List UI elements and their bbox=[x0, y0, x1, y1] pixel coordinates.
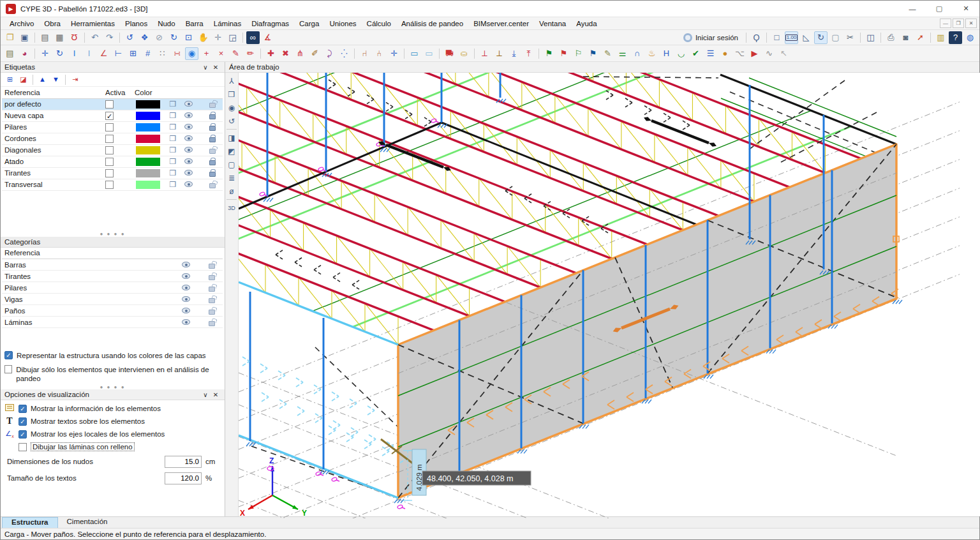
redraw-icon[interactable]: ↻ bbox=[167, 31, 181, 44]
menu-archivo[interactable]: Archivo bbox=[4, 19, 39, 29]
node-delete-icon[interactable]: × bbox=[214, 47, 228, 60]
layer-3d-icon[interactable]: ❒ bbox=[167, 100, 179, 109]
category-visibility-icon[interactable] bbox=[182, 296, 190, 302]
load-truck-icon[interactable]: ⛟ bbox=[443, 47, 456, 60]
layer-3d-icon[interactable]: ❒ bbox=[167, 157, 179, 166]
layer-visibility-icon[interactable] bbox=[184, 124, 193, 130]
category-lock-icon[interactable] bbox=[209, 287, 215, 292]
help-icon[interactable]: ? bbox=[949, 31, 962, 44]
spring-icon[interactable]: ∿ bbox=[762, 47, 776, 60]
profile-series-icon[interactable]: I bbox=[68, 47, 81, 60]
buckling-edit-icon[interactable]: ⚐ bbox=[572, 47, 585, 60]
layer-active-checkbox[interactable] bbox=[105, 146, 114, 154]
support-delete-icon[interactable]: ⤒ bbox=[522, 47, 535, 60]
menu-bimserver-center[interactable]: BIMserver.center bbox=[468, 19, 534, 29]
capture-view-icon[interactable]: ◲ bbox=[226, 31, 239, 44]
display-option-checkbox[interactable]: ✓ bbox=[19, 405, 27, 413]
search-icon[interactable]: Ϙ bbox=[750, 31, 763, 44]
add-layer-icon[interactable]: ⊞ bbox=[4, 74, 16, 86]
redo-icon[interactable]: ↷ bbox=[103, 31, 116, 44]
web-globe-icon[interactable]: ◍ bbox=[963, 31, 977, 44]
hammock-icon[interactable]: ◡ bbox=[674, 47, 688, 60]
layer-3d-icon[interactable]: ❒ bbox=[167, 111, 179, 120]
rotate-clock-icon[interactable]: ↻ bbox=[814, 31, 828, 44]
minimize-button[interactable]: — bbox=[899, 1, 926, 17]
zoom-extents-icon[interactable]: ❖ bbox=[138, 31, 151, 44]
magnet-snap-icon[interactable]: Ω bbox=[68, 31, 81, 44]
category-visibility-icon[interactable] bbox=[182, 319, 190, 325]
tab-cimentaci-n[interactable]: Cimentación bbox=[58, 517, 117, 528]
layer-color-swatch[interactable] bbox=[136, 135, 160, 143]
tab-estructura[interactable]: Estructura bbox=[2, 517, 58, 528]
layer-color-swatch[interactable] bbox=[136, 146, 160, 154]
bar-delete-icon[interactable]: ✖ bbox=[279, 47, 292, 60]
bar-new-icon[interactable]: ✚ bbox=[264, 47, 278, 60]
config-colors-icon[interactable]: ▥ bbox=[934, 31, 947, 44]
layer-3d-icon[interactable]: ❒ bbox=[167, 169, 179, 177]
select-group-icon[interactable]: ∷ bbox=[156, 47, 169, 60]
buckling-delete-icon[interactable]: ⚑ bbox=[557, 47, 570, 60]
layer-lock-icon[interactable] bbox=[209, 160, 216, 165]
view-3d-sphere-icon[interactable]: ◕ bbox=[18, 47, 31, 60]
layer-row[interactable]: Tirantes❒ bbox=[2, 167, 223, 179]
bar-rotate-icon[interactable]: ⤸ bbox=[323, 47, 336, 60]
layer-visibility-icon[interactable] bbox=[184, 135, 193, 141]
layer-active-checkbox[interactable]: ✓ bbox=[105, 112, 114, 120]
support-fixed-icon[interactable]: ⟂ bbox=[478, 47, 491, 60]
category-row[interactable]: Tirantes bbox=[2, 271, 223, 282]
brush-props-icon[interactable]: ✎ bbox=[601, 47, 614, 60]
view-3d-config-icon[interactable]: 3D bbox=[225, 201, 238, 214]
field-input[interactable] bbox=[165, 472, 202, 484]
layer-row[interactable]: Nueva capa✓❒ bbox=[2, 110, 223, 121]
category-lock-icon[interactable] bbox=[209, 275, 215, 280]
adjust-node-icon[interactable]: ✛ bbox=[387, 47, 401, 60]
node-paint-icon[interactable]: ✏ bbox=[244, 47, 257, 60]
move-view-icon[interactable]: ✛ bbox=[211, 31, 225, 44]
panel-dashed-icon[interactable]: ▢ bbox=[225, 158, 238, 171]
fire-resistance-icon[interactable]: ♨ bbox=[645, 47, 658, 60]
layer-visibility-icon[interactable] bbox=[184, 112, 193, 118]
tree-groups-icon[interactable]: ⌥ bbox=[733, 47, 746, 60]
zoom-x2-icon[interactable]: ⊘ bbox=[152, 31, 166, 44]
menu-an-lisis-de-pandeo[interactable]: Análisis de pandeo bbox=[396, 19, 468, 29]
layer-color-swatch[interactable] bbox=[136, 100, 160, 109]
hide-elements-icon[interactable]: ø bbox=[225, 184, 238, 198]
category-visibility-icon[interactable] bbox=[182, 308, 190, 313]
etiquetas-close-icon[interactable]: ✕ bbox=[211, 64, 221, 71]
login-button[interactable]: Iniciar sesión bbox=[678, 33, 743, 42]
layer-lock-icon[interactable] bbox=[209, 126, 216, 131]
mdi-restore-button[interactable]: ❐ bbox=[953, 19, 964, 28]
support-pinned-icon[interactable]: ⟂ bbox=[493, 47, 506, 60]
view-highlight-icon[interactable]: ◉ bbox=[185, 47, 198, 60]
delete-layer-icon[interactable]: ◪ bbox=[17, 74, 29, 86]
layer-color-swatch[interactable] bbox=[136, 123, 160, 131]
layer-color-swatch[interactable] bbox=[136, 158, 160, 166]
menu-l-minas[interactable]: Láminas bbox=[209, 19, 246, 29]
menu-uniones[interactable]: Uniones bbox=[324, 19, 361, 29]
lamina-edit-icon[interactable]: ▭ bbox=[422, 47, 436, 60]
profile-edit-icon[interactable]: I bbox=[82, 47, 96, 60]
layer-active-checkbox[interactable] bbox=[105, 123, 114, 131]
rotate-element-icon[interactable]: ↻ bbox=[53, 47, 66, 60]
iso-axes-icon[interactable]: ⅄ bbox=[225, 74, 238, 87]
select-region-icon[interactable]: ▢ bbox=[829, 31, 842, 44]
warning-dot-icon[interactable]: ● bbox=[718, 47, 732, 60]
display-option-checkbox[interactable]: ✓ bbox=[19, 430, 27, 439]
layer-visibility-icon[interactable] bbox=[184, 101, 193, 107]
category-lock-icon[interactable] bbox=[209, 310, 215, 315]
viewport-3d[interactable]: 4.029 m48.400, 42.050, 4.028 mZXY bbox=[239, 73, 980, 516]
layer-active-checkbox[interactable] bbox=[105, 158, 114, 166]
orbit-view-icon[interactable]: ◉ bbox=[225, 101, 238, 114]
layer-row[interactable]: Atado❒ bbox=[2, 156, 223, 167]
layer-color-swatch[interactable] bbox=[136, 112, 160, 120]
close-button[interactable]: ✕ bbox=[953, 1, 979, 17]
support-roller-icon[interactable]: ⤓ bbox=[507, 47, 521, 60]
menu-ventana[interactable]: Ventana bbox=[534, 19, 571, 29]
lamina-new-icon[interactable]: ▭ bbox=[408, 47, 421, 60]
menu-ayuda[interactable]: Ayuda bbox=[571, 19, 602, 29]
layer-row[interactable]: Cordones❒ bbox=[2, 133, 223, 144]
category-visibility-icon[interactable] bbox=[182, 262, 190, 267]
layer-row[interactable]: Diagonales❒ bbox=[2, 144, 223, 156]
describe-section-icon[interactable]: ⑁ bbox=[358, 47, 371, 60]
import-dxf-icon[interactable]: ▤ bbox=[38, 31, 52, 44]
